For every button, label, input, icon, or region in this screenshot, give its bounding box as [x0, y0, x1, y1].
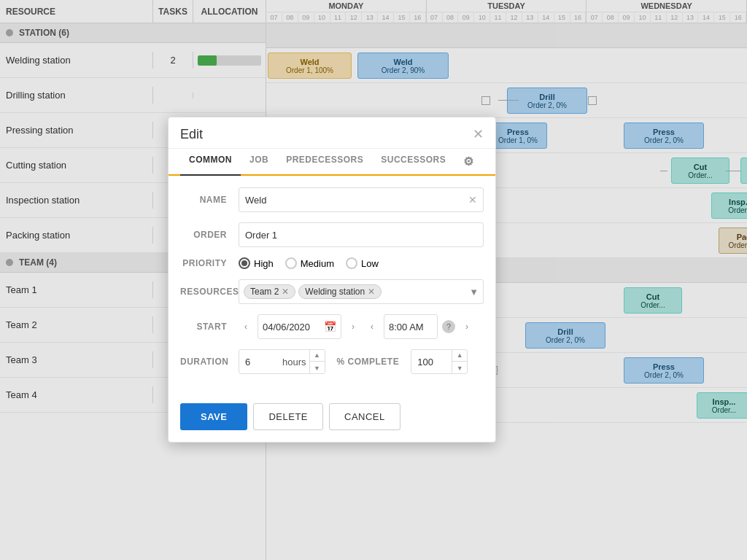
modal-footer: SAVE DELETE CANCEL	[169, 396, 495, 442]
radio-dot	[241, 260, 247, 266]
edit-modal: Edit ✕ COMMON JOB PREDECESSORS SUCCESSOR…	[168, 117, 496, 443]
cancel-button[interactable]: CANCEL	[329, 403, 400, 430]
duration-controls: hours ▲ ▼ % COMPLETE ▲ ▼	[239, 349, 484, 374]
duration-unit: hours	[279, 357, 309, 368]
modal-overlay: Edit ✕ COMMON JOB PREDECESSORS SUCCESSOR…	[0, 0, 747, 560]
duration-spinner: hours ▲ ▼	[239, 349, 325, 374]
time-input[interactable]	[389, 322, 433, 332]
modal-body: NAME ✕ ORDER PRIORITY	[169, 176, 495, 396]
resource-tag-label: Welding station	[305, 287, 365, 297]
priority-row: PRIORITY High Medium Low	[180, 257, 484, 269]
duration-input[interactable]	[239, 357, 279, 368]
name-row: NAME ✕	[180, 187, 484, 212]
resource-tag-label: Team 2	[250, 287, 279, 297]
time-next-button[interactable]: ›	[460, 319, 474, 334]
start-row: START ‹ 📅 › ‹ ? ›	[180, 314, 484, 339]
dropdown-arrow-icon[interactable]: ▼	[469, 287, 479, 298]
tab-job[interactable]: JOB	[241, 149, 277, 176]
gear-icon: ⚙	[463, 155, 474, 168]
calendar-icon[interactable]: 📅	[324, 321, 336, 332]
date-input[interactable]	[263, 322, 321, 332]
date-next-button[interactable]: ›	[346, 319, 360, 334]
tab-common[interactable]: COMMON	[180, 149, 241, 176]
resource-tag-welding: Welding station ✕	[298, 284, 382, 299]
priority-low-radio[interactable]	[346, 257, 357, 269]
name-clear-icon[interactable]: ✕	[468, 194, 477, 206]
time-input-wrapper	[384, 314, 438, 339]
order-row: ORDER	[180, 222, 484, 247]
priority-high-radio[interactable]	[239, 257, 250, 269]
duration-up-button[interactable]: ▲	[310, 349, 325, 362]
tab-successors[interactable]: SUCCESSORS	[372, 149, 454, 176]
delete-button[interactable]: DELETE	[253, 403, 323, 430]
pct-up-button[interactable]: ▲	[452, 349, 467, 362]
date-prev-button[interactable]: ‹	[239, 319, 253, 334]
priority-medium-radio[interactable]	[285, 257, 297, 269]
start-controls: ‹ 📅 › ‹ ? ›	[239, 314, 484, 339]
name-input[interactable]	[245, 195, 477, 206]
order-input[interactable]	[245, 230, 477, 241]
resources-label: RESOURCES	[180, 287, 239, 297]
close-button[interactable]: ✕	[473, 126, 484, 142]
modal-tabs: COMMON JOB PREDECESSORS SUCCESSORS ⚙	[169, 149, 495, 176]
pct-input[interactable]	[411, 357, 452, 368]
order-label: ORDER	[180, 230, 239, 240]
priority-high-option[interactable]: High	[239, 257, 274, 269]
name-label: NAME	[180, 195, 239, 205]
name-field-wrapper: ✕	[239, 187, 484, 212]
priority-low-option[interactable]: Low	[346, 257, 379, 269]
start-label: START	[180, 322, 239, 332]
tab-settings[interactable]: ⚙	[454, 149, 483, 176]
tag-close-team2[interactable]: ✕	[282, 287, 289, 297]
resource-tag-team2: Team 2 ✕	[244, 284, 295, 299]
pct-down-button[interactable]: ▼	[452, 362, 467, 374]
resources-field[interactable]: Team 2 ✕ Welding station ✕ ▼	[239, 279, 484, 304]
time-prev-button[interactable]: ‹	[365, 319, 379, 334]
tab-predecessors[interactable]: PREDECESSORS	[277, 149, 372, 176]
duration-row: DURATION hours ▲ ▼ % COMPLETE	[180, 349, 484, 374]
date-input-wrapper: 📅	[258, 314, 341, 339]
pct-label: % COMPLETE	[337, 357, 400, 367]
priority-label: PRIORITY	[180, 258, 239, 268]
resources-row: RESOURCES Team 2 ✕ Welding station ✕ ▼	[180, 279, 484, 304]
priority-options: High Medium Low	[239, 257, 379, 269]
pct-spinner: ▲ ▼	[411, 349, 468, 374]
save-button[interactable]: SAVE	[180, 403, 247, 430]
priority-high-label: High	[254, 258, 274, 269]
duration-label: DURATION	[180, 357, 239, 367]
order-field-wrapper	[239, 222, 484, 247]
duration-arrows: ▲ ▼	[309, 349, 325, 374]
tag-close-welding[interactable]: ✕	[368, 287, 375, 297]
duration-down-button[interactable]: ▼	[310, 362, 325, 374]
priority-medium-label: Medium	[301, 258, 334, 269]
modal-title: Edit	[180, 127, 203, 142]
pct-arrows: ▲ ▼	[452, 349, 467, 374]
help-icon[interactable]: ?	[442, 320, 455, 333]
priority-low-label: Low	[361, 258, 379, 269]
modal-header: Edit ✕	[169, 117, 495, 149]
priority-medium-option[interactable]: Medium	[285, 257, 334, 269]
